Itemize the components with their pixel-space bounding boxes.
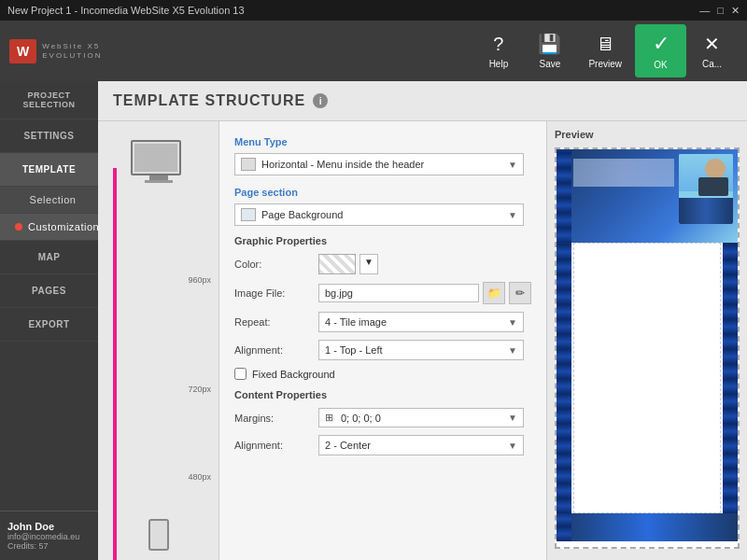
preview-left-stripe xyxy=(557,243,571,513)
minimize-icon[interactable]: — xyxy=(699,5,710,17)
preview-side-stripe-left xyxy=(557,149,571,243)
menu-type-value: Horizontal - Menu inside the header xyxy=(261,159,424,170)
sidebar-item-pages[interactable]: PAGES xyxy=(0,274,98,308)
alignment2-value: 2 - Center xyxy=(325,440,371,451)
sidebar-item-customization[interactable]: Customization xyxy=(0,214,98,241)
structure-panel: 960px 720px 480px xyxy=(98,121,219,560)
maximize-icon[interactable]: □ xyxy=(717,5,724,17)
preview-city-skyline xyxy=(573,159,674,187)
sidebar-item-map[interactable]: MAP xyxy=(0,241,98,274)
preview-panel: Preview xyxy=(546,121,747,560)
alignment-dropdown[interactable]: 1 - Top - Left ▼ xyxy=(318,340,524,360)
menu-type-arrow-icon: ▼ xyxy=(508,160,517,170)
repeat-dropdown[interactable]: 4 - Tile image ▼ xyxy=(318,312,524,332)
page-section-label: Page section xyxy=(234,187,531,198)
alignment2-arrow-icon: ▼ xyxy=(508,441,517,451)
preview-button[interactable]: 🖥 Preview xyxy=(575,28,635,75)
margins-value: 0; 0; 0; 0 xyxy=(341,413,504,424)
color-label: Color: xyxy=(234,259,318,270)
menu-type-dropdown[interactable]: Horizontal - Menu inside the header ▼ xyxy=(234,153,524,175)
customization-label: Customization xyxy=(28,221,99,232)
sidebar: PROJECTSELECTION SETTINGS TEMPLATE Selec… xyxy=(0,81,98,560)
alignment-dropdown-wrapper: 1 - Top - Left ▼ xyxy=(318,340,524,360)
margins-arrow-icon: ▼ xyxy=(508,413,517,423)
sidebar-footer: John Doe info@incomedia.eu Credits: 57 xyxy=(0,511,98,560)
content-header: TEMPLATE STRUCTURE i xyxy=(98,81,747,121)
sidebar-item-settings[interactable]: SETTINGS xyxy=(0,119,98,153)
color-arrow-icon[interactable]: ▼ xyxy=(359,254,378,274)
sidebar-item-template[interactable]: TEMPLATE xyxy=(0,153,98,187)
page-section-row: Page Background ▼ xyxy=(234,203,531,226)
panel-split: 960px 720px 480px Menu Type Horizontal -… xyxy=(98,121,747,560)
help-label: Help xyxy=(489,59,509,69)
cancel-button[interactable]: ✕ Ca... xyxy=(686,27,738,75)
alignment-value: 1 - Top - Left xyxy=(325,344,383,356)
alignment2-row: Alignment: 2 - Center ▼ xyxy=(234,435,531,455)
mobile-icon xyxy=(148,519,169,551)
repeat-arrow-icon: ▼ xyxy=(508,317,517,328)
template-bar xyxy=(113,168,117,560)
color-row: Color: ▼ xyxy=(234,254,531,274)
sidebar-item-selection[interactable]: Selection xyxy=(0,187,98,214)
page-section-dropdown[interactable]: Page Background ▼ xyxy=(234,203,524,226)
main-layout: PROJECTSELECTION SETTINGS TEMPLATE Selec… xyxy=(0,81,747,560)
ok-button[interactable]: ✓ OK xyxy=(635,24,686,77)
preview-content xyxy=(555,147,740,549)
file-open-button[interactable]: 📁 xyxy=(483,282,505,304)
image-file-label: Image File: xyxy=(234,287,318,299)
user-name: John Doe xyxy=(7,521,91,532)
user-email: info@incomedia.eu xyxy=(7,532,91,541)
alignment-row: Alignment: 1 - Top - Left ▼ xyxy=(234,340,531,360)
dim-960: 960px xyxy=(188,275,211,285)
sidebar-item-export[interactable]: EXPORT xyxy=(0,308,98,342)
alignment2-dropdown[interactable]: 2 - Center ▼ xyxy=(318,435,524,455)
dim-480: 480px xyxy=(188,472,211,482)
page-title: TEMPLATE STRUCTURE xyxy=(113,92,305,109)
preview-icon: 🖥 xyxy=(596,34,614,55)
fixed-bg-row: Fixed Background xyxy=(234,368,531,380)
image-file-input[interactable]: bg.jpg xyxy=(318,284,479,302)
repeat-row: Repeat: 4 - Tile image ▼ xyxy=(234,312,531,332)
file-input-group: bg.jpg 📁 ✏ xyxy=(318,282,531,304)
color-swatch xyxy=(318,254,356,274)
file-edit-button[interactable]: ✏ xyxy=(509,282,531,304)
ok-icon: ✓ xyxy=(653,32,669,56)
help-icon: ? xyxy=(493,34,503,55)
menu-type-section-label: Menu Type xyxy=(234,136,531,147)
preview-label: Preview xyxy=(555,129,740,140)
preview-person-card xyxy=(679,154,733,224)
titlebar-controls[interactable]: — □ ✕ xyxy=(699,5,740,17)
cancel-label: Ca... xyxy=(702,59,722,69)
info-icon[interactable]: i xyxy=(313,93,328,108)
color-picker[interactable]: ▼ xyxy=(318,254,378,274)
cancel-icon: ✕ xyxy=(704,33,720,55)
alignment-label: Alignment: xyxy=(234,344,318,356)
help-button[interactable]: ? Help xyxy=(472,28,524,75)
menu-type-row: Horizontal - Menu inside the header ▼ xyxy=(234,153,531,175)
alignment2-dropdown-wrapper: 2 - Center ▼ xyxy=(318,435,524,455)
preview-right-stripe xyxy=(723,243,738,513)
user-credits: Credits: 57 xyxy=(7,541,91,551)
preview-inner xyxy=(573,243,721,513)
graphic-props-label: Graphic Properties xyxy=(234,235,531,246)
save-button[interactable]: 💾 Save xyxy=(524,27,575,75)
fixed-bg-label: Fixed Background xyxy=(252,369,335,380)
close-icon[interactable]: ✕ xyxy=(731,5,740,17)
repeat-value: 4 - Tile image xyxy=(325,316,387,328)
monitor-screen xyxy=(131,140,181,175)
preview-label: Preview xyxy=(588,59,622,69)
menu-type-dropdown-icon xyxy=(241,158,256,171)
logo-text: WebSite X5 EVOLUTION xyxy=(42,42,102,60)
sidebar-item-project-selection[interactable]: PROJECTSELECTION xyxy=(0,81,98,119)
margins-dropdown[interactable]: ⊞ 0; 0; 0; 0 ▼ xyxy=(318,408,524,427)
fixed-bg-checkbox[interactable] xyxy=(234,368,247,380)
dim-720: 720px xyxy=(188,385,211,394)
content-area: TEMPLATE STRUCTURE i 960px 720px 480px xyxy=(98,81,747,560)
margins-control: ⊞ 0; 0; 0; 0 ▼ xyxy=(318,408,524,427)
ok-label: OK xyxy=(654,60,667,70)
logo: W WebSite X5 EVOLUTION xyxy=(9,39,102,63)
repeat-label: Repeat: xyxy=(234,316,318,328)
titlebar: New Project 1 - Incomedia WebSite X5 Evo… xyxy=(0,0,747,21)
monitor-graphic xyxy=(131,140,187,183)
page-section-arrow-icon: ▼ xyxy=(508,210,517,220)
